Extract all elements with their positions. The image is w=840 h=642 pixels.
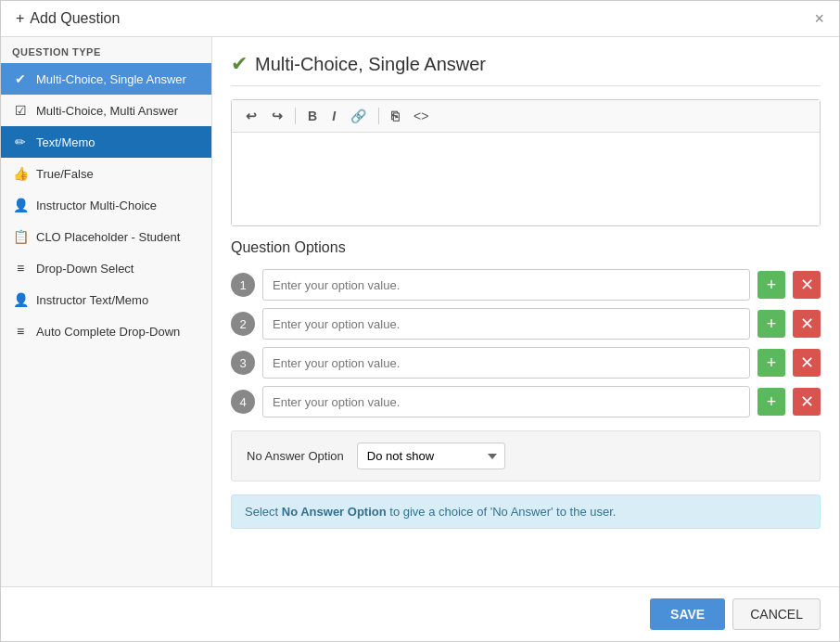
- option-number-1: 1: [231, 273, 255, 297]
- no-answer-label: No Answer Option: [247, 449, 344, 463]
- option-number-3: 3: [231, 351, 255, 375]
- add-icon: +: [16, 10, 24, 27]
- option-number-4: 4: [231, 390, 255, 414]
- code-button[interactable]: <>: [409, 106, 433, 126]
- option-remove-3[interactable]: ✕: [793, 349, 821, 377]
- info-text-bold: No Answer Option: [282, 505, 387, 519]
- clipboard-icon: 📋: [12, 229, 29, 244]
- info-box: Select No Answer Option to give a choice…: [231, 494, 821, 529]
- main-content: ✔ Multi-Choice, Single Answer ↩ ↪ B I 🔗 …: [212, 37, 839, 586]
- option-add-3[interactable]: +: [757, 349, 785, 377]
- option-add-2[interactable]: +: [757, 310, 785, 338]
- option-row-3: 3 + ✕: [231, 347, 821, 379]
- option-row-4: 4 + ✕: [231, 386, 821, 417]
- modal-footer: SAVE CANCEL: [1, 586, 839, 641]
- question-options-section: Question Options: [231, 239, 821, 256]
- toolbar-divider-1: [295, 108, 296, 124]
- option-row-1: 1 + ✕: [231, 269, 821, 301]
- info-text-prefix: Select: [245, 505, 282, 519]
- person2-icon: 👤: [12, 292, 29, 307]
- person-icon: 👤: [12, 198, 29, 212]
- redo-button[interactable]: ↪: [267, 106, 287, 126]
- info-text-suffix: to give a choice of 'No Answer' to the u…: [387, 505, 617, 519]
- thumbsup-icon: 👍: [12, 166, 29, 181]
- option-input-2[interactable]: [262, 308, 750, 340]
- title-check-icon: ✔: [231, 52, 248, 76]
- sidebar-header: QUESTION TYPE: [1, 37, 211, 63]
- option-row-2: 2 + ✕: [231, 308, 821, 340]
- option-input-3[interactable]: [262, 347, 750, 379]
- rich-text-editor: ↩ ↪ B I 🔗 ⎘ <>: [231, 99, 821, 226]
- sidebar: QUESTION TYPE ✔ Multi-Choice, Single Ans…: [1, 37, 212, 586]
- option-add-4[interactable]: +: [757, 388, 785, 416]
- sidebar-item-instructor-multi[interactable]: 👤 Instructor Multi-Choice: [1, 189, 211, 221]
- toolbar-divider-2: [378, 108, 379, 124]
- checkbox-icon: ☑: [12, 103, 29, 118]
- option-remove-4[interactable]: ✕: [793, 388, 821, 416]
- undo-button[interactable]: ↩: [241, 106, 261, 126]
- option-number-2: 2: [231, 312, 255, 336]
- question-options-title: Question Options: [231, 239, 821, 256]
- pencil-icon: ✏: [12, 135, 29, 149]
- list2-icon: ≡: [12, 324, 29, 339]
- sidebar-item-clo-placeholder[interactable]: 📋 CLO Placeholder - Student: [1, 221, 211, 252]
- sidebar-item-auto-complete[interactable]: ≡ Auto Complete Drop-Down: [1, 315, 211, 347]
- option-input-4[interactable]: [262, 386, 750, 417]
- close-button[interactable]: ×: [814, 10, 824, 27]
- option-remove-1[interactable]: ✕: [793, 271, 821, 299]
- content-title: ✔ Multi-Choice, Single Answer: [231, 52, 821, 86]
- copy-button[interactable]: ⎘: [387, 106, 403, 126]
- editor-body[interactable]: [232, 133, 820, 225]
- sidebar-item-multi-choice-single[interactable]: ✔ Multi-Choice, Single Answer: [1, 63, 211, 95]
- sidebar-item-multi-choice-multi[interactable]: ☑ Multi-Choice, Multi Answer: [1, 95, 211, 126]
- bold-button[interactable]: B: [303, 106, 322, 126]
- sidebar-item-true-false[interactable]: 👍 True/False: [1, 158, 211, 189]
- modal-container: + Add Question × QUESTION TYPE ✔ Multi-C…: [0, 0, 840, 642]
- sidebar-item-text-memo[interactable]: ✏ Text/Memo: [1, 126, 211, 158]
- italic-button[interactable]: I: [327, 106, 340, 126]
- link-button[interactable]: 🔗: [346, 106, 371, 126]
- editor-toolbar: ↩ ↪ B I 🔗 ⎘ <>: [232, 100, 820, 133]
- no-answer-select[interactable]: Do not show Show: [357, 443, 505, 469]
- option-remove-2[interactable]: ✕: [793, 310, 821, 338]
- modal-header: + Add Question ×: [1, 1, 839, 37]
- no-answer-section: No Answer Option Do not show Show: [231, 430, 821, 482]
- list-icon: ≡: [12, 261, 29, 276]
- modal-title: + Add Question: [16, 10, 120, 27]
- sidebar-item-instructor-text[interactable]: 👤 Instructor Text/Memo: [1, 284, 211, 315]
- option-add-1[interactable]: +: [757, 271, 785, 299]
- options-list: 1 + ✕ 2 + ✕ 3 + ✕: [231, 269, 821, 417]
- option-input-1[interactable]: [262, 269, 750, 301]
- sidebar-item-drop-down[interactable]: ≡ Drop-Down Select: [1, 252, 211, 284]
- cancel-button[interactable]: CANCEL: [732, 598, 821, 630]
- save-button[interactable]: SAVE: [650, 598, 725, 630]
- modal-body: QUESTION TYPE ✔ Multi-Choice, Single Ans…: [1, 37, 839, 586]
- check-circle-icon: ✔: [12, 71, 29, 86]
